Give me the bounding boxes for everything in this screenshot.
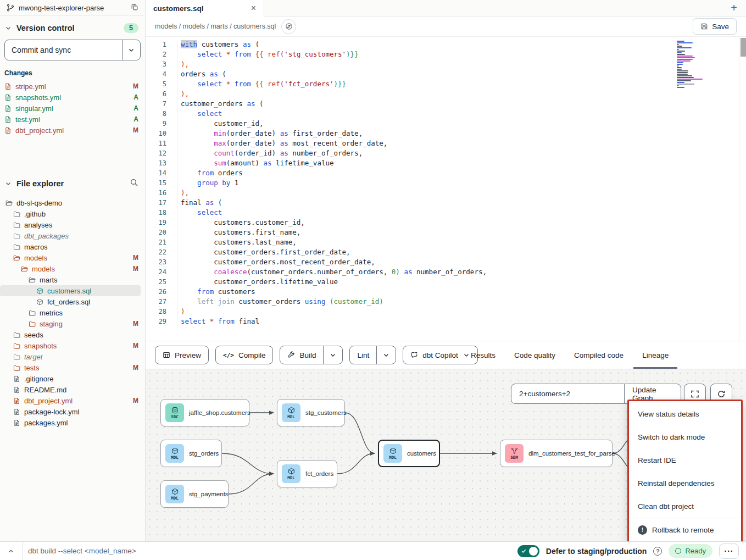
ready-status-badge[interactable]: Ready <box>669 544 712 558</box>
panel-tab-lineage[interactable]: Lineage <box>642 341 669 369</box>
node-label: stg_orders <box>189 450 219 457</box>
close-icon[interactable]: × <box>251 3 256 13</box>
file-icon <box>13 408 20 415</box>
code-editor[interactable]: 1234567891011121314151617181920212223242… <box>146 37 746 341</box>
tree-item-analyses[interactable]: analyses <box>0 219 145 230</box>
expand-icon <box>691 390 699 398</box>
change-item-dbt-project-yml[interactable]: dbt_project.ymlM <box>0 125 145 136</box>
chevron-down-icon <box>4 180 12 187</box>
preview-button[interactable]: Preview <box>155 346 209 364</box>
tree-item-models[interactable]: modelsM <box>0 252 145 263</box>
lineage-node-dim-customers-test-for-parse[interactable]: SEMdim_customers_test_for_parse <box>500 440 613 467</box>
menu-item-switch-to-dark-mode[interactable]: Switch to dark mode <box>629 425 741 448</box>
tree-item-dbt-project-yml[interactable]: dbt_project.ymlM <box>0 395 145 406</box>
lineage-selector-input[interactable] <box>511 384 624 403</box>
tree-item-tests[interactable]: testsM <box>0 362 145 373</box>
copilot-chat-icon <box>410 351 418 359</box>
file-icon <box>4 127 12 134</box>
version-control-header[interactable]: Version control 5 <box>0 16 145 36</box>
code-line: customer_orders.first_order_date, <box>181 247 702 257</box>
tree-item-fct-orders-sql[interactable]: fct_orders.sql <box>0 296 145 307</box>
panel-tab-compiled-code[interactable]: Compiled code <box>574 341 623 369</box>
build-button[interactable]: Build <box>280 346 343 364</box>
copy-branch-button[interactable] <box>131 3 138 13</box>
change-item-singular-yml[interactable]: singular.ymlA <box>0 103 145 114</box>
defer-toggle[interactable] <box>517 545 539 557</box>
tree-item-metrics[interactable]: metrics <box>0 307 145 318</box>
file-icon <box>4 83 12 90</box>
lineage-node-jaffle-shop-customers[interactable]: SRCjaffle_shop.customers <box>160 399 249 426</box>
commit-and-sync-button[interactable]: Commit and sync <box>4 40 141 60</box>
change-item-stripe-yml[interactable]: stripe.ymlM <box>0 81 145 92</box>
change-item-snapshots-yml[interactable]: snapshots.ymlA <box>0 92 145 103</box>
tree-item-models[interactable]: modelsM <box>0 263 145 274</box>
explore-lineage-button[interactable] <box>281 19 296 34</box>
more-options-button[interactable]: ··· <box>719 544 739 559</box>
file-icon <box>13 386 20 393</box>
lineage-panel: SRCjaffle_shop.customersMDLstg_customers… <box>146 369 746 541</box>
save-button[interactable]: Save <box>693 18 737 35</box>
code-lines[interactable]: with customers as ( select * from {{ ref… <box>177 40 702 326</box>
code-line: customer_orders as ( <box>181 99 702 109</box>
code-line: ), <box>181 188 702 198</box>
lineage-node-stg-payments[interactable]: MDLstg_payments <box>160 480 229 508</box>
dbt-copilot-button[interactable]: dbt Copilot <box>403 346 478 364</box>
tree-item-customers-sql[interactable]: customers.sql <box>0 285 141 296</box>
code-line: min(order_date) as first_order_date, <box>181 129 702 138</box>
help-icon[interactable]: ? <box>653 547 662 556</box>
sem-badge-icon: SEM <box>505 444 524 463</box>
tree-item-db-sl-qs-demo[interactable]: db-sl-qs-demo <box>0 197 145 208</box>
version-control-title: Version control <box>16 24 75 32</box>
build-options-dropdown[interactable] <box>323 346 342 364</box>
editor-scrollbar[interactable] <box>739 37 746 341</box>
lineage-node-stg-customers[interactable]: MDLstg_customers <box>277 399 345 426</box>
tree-item-dbt-packages[interactable]: dbt_packages <box>0 230 145 241</box>
lint-button[interactable]: Lint <box>349 346 396 364</box>
scrollbar-thumb[interactable] <box>741 38 746 57</box>
branch-selector[interactable]: mwong-test-explorer-parse <box>0 0 145 16</box>
panel-tab-results[interactable]: Results <box>471 341 496 369</box>
code-line: customer_orders.lifetime_value <box>181 277 702 287</box>
compile-button[interactable]: </>Compile <box>215 346 273 364</box>
tree-item-target[interactable]: target <box>0 351 145 362</box>
tree-item-marts[interactable]: marts <box>0 274 145 285</box>
menu-item-restart-ide[interactable]: Restart IDE <box>629 448 741 472</box>
menu-item-clean-dbt-project[interactable]: Clean dbt project <box>629 495 741 518</box>
tree-item-readme-md[interactable]: README.md <box>0 384 145 395</box>
lineage-node-customers[interactable]: MDLcustomers <box>378 440 440 467</box>
lineage-node-fct-orders[interactable]: MDLfct_orders <box>277 460 337 487</box>
change-status-badge: M <box>133 82 138 90</box>
tree-item-staging[interactable]: stagingM <box>0 318 145 329</box>
tree-item-snapshots[interactable]: snapshotsM <box>0 340 145 351</box>
tree-item-package-lock-yml[interactable]: package-lock.yml <box>0 406 145 417</box>
tree-item-github[interactable]: .github <box>0 208 145 219</box>
new-tab-button[interactable]: + <box>722 0 746 16</box>
node-label: jaffle_shop.customers <box>189 409 250 416</box>
tree-item-packages-yml[interactable]: packages.yml <box>0 417 145 428</box>
lineage-node-stg-orders[interactable]: MDLstg_orders <box>160 440 222 467</box>
menu-item-reinstall-dependencies[interactable]: Reinstall dependencies <box>629 472 741 495</box>
command-input[interactable] <box>23 547 242 555</box>
panel-tab-code-quality[interactable]: Code quality <box>514 341 555 369</box>
minimap <box>677 41 709 88</box>
menu-item-view-status-details[interactable]: View status details <box>629 402 741 425</box>
menu-item-rollback-to-remote[interactable]: !Rollback to remote <box>629 518 741 541</box>
tree-item-label: seeds <box>24 331 43 339</box>
tree-item-gitignore[interactable]: .gitignore <box>0 373 145 384</box>
folder-icon <box>13 210 20 218</box>
tree-item-label: analyses <box>24 221 52 229</box>
alert-icon: ! <box>638 525 647 535</box>
tree-item-label: README.md <box>24 386 66 394</box>
file-explorer-header[interactable]: File explorer <box>0 171 145 192</box>
folder-icon <box>13 364 20 372</box>
change-item-test-yml[interactable]: test.ymlA <box>0 114 145 125</box>
tree-item-macros[interactable]: macros <box>0 241 145 252</box>
commit-options-dropdown[interactable] <box>122 40 140 60</box>
file-search-button[interactable] <box>130 178 138 188</box>
tree-item-seeds[interactable]: seeds <box>0 329 145 340</box>
folder-icon <box>13 221 20 229</box>
lint-options-dropdown[interactable] <box>376 346 396 364</box>
tree-item-label: db-sl-qs-demo <box>16 199 62 207</box>
expand-command-bar-button[interactable] <box>0 542 23 560</box>
tab-customers-sql[interactable]: customers.sql × <box>146 0 264 16</box>
